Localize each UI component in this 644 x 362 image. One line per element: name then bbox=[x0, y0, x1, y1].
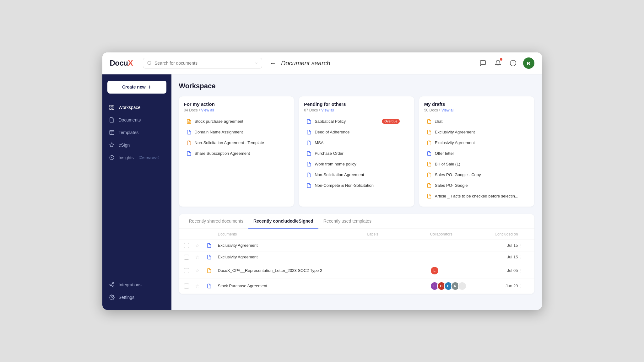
row-doc-name: Exclusivity Agreement bbox=[218, 243, 367, 248]
doc-signed-icon bbox=[426, 129, 432, 135]
sidebar-item-insights[interactable]: Insights (Coming soon) bbox=[102, 151, 171, 164]
svg-line-16 bbox=[111, 285, 112, 286]
sidebar-item-documents[interactable]: Documents bbox=[102, 114, 171, 126]
esign-icon bbox=[109, 142, 115, 148]
tabs-section: Recently shared documents Recently concl… bbox=[179, 214, 534, 294]
search-label: Document search bbox=[281, 60, 330, 67]
doc-icon bbox=[306, 182, 312, 189]
tabs-header: Recently shared documents Recently concl… bbox=[179, 214, 534, 229]
doc-item[interactable]: Non-Solicitation Agreement ⋮ bbox=[304, 170, 409, 180]
row-date: Jul 15 bbox=[480, 243, 518, 248]
th-documents: Documents bbox=[218, 232, 367, 236]
svg-line-1 bbox=[150, 64, 151, 65]
row-date: Jul 15 bbox=[480, 255, 518, 259]
settings-label: Settings bbox=[119, 295, 135, 300]
documents-icon bbox=[109, 117, 115, 123]
doc-template-icon bbox=[186, 140, 192, 146]
row-star[interactable]: ☆ bbox=[195, 243, 207, 248]
notification-badge bbox=[500, 58, 502, 61]
sidebar-item-templates[interactable]: Templates bbox=[102, 126, 171, 139]
doc-item[interactable]: Sales PO- Google ⋮ bbox=[424, 180, 529, 191]
doc-item[interactable]: Offer letter ⋮ bbox=[424, 148, 529, 159]
doc-name: Sales PO- Google bbox=[435, 183, 520, 188]
sidebar-item-integrations[interactable]: Integrations bbox=[102, 278, 171, 291]
search-input[interactable] bbox=[154, 61, 252, 66]
row-checkbox[interactable] bbox=[184, 243, 195, 248]
row-more[interactable]: ⋮ bbox=[518, 255, 529, 259]
doc-item[interactable]: Non-Solicitation Agreement - Template ⋮ bbox=[184, 138, 289, 148]
coming-soon-badge: (Coming soon) bbox=[139, 156, 160, 159]
doc-item[interactable]: Sales PO- Google - Copy ⋮ bbox=[424, 170, 529, 180]
doc-item[interactable]: Sabbatical Policy Overdue ⋮ bbox=[304, 116, 409, 127]
doc-name: Non-Solicitation Agreement bbox=[315, 172, 400, 177]
tab-recently-shared[interactable]: Recently shared documents bbox=[184, 214, 249, 229]
doc-item[interactable]: MSA ⋮ bbox=[304, 138, 409, 148]
row-checkbox[interactable] bbox=[184, 284, 195, 289]
svg-rect-7 bbox=[110, 108, 111, 109]
doc-signed-icon bbox=[186, 118, 192, 125]
row-more[interactable]: ⋮ bbox=[518, 268, 529, 273]
table-row[interactable]: ☆ Exclusivity Agreement Jul 15 ⋮ bbox=[179, 251, 534, 263]
doc-item[interactable]: Work from home policy ⋮ bbox=[304, 159, 409, 170]
doc-item[interactable]: Exclusivity Agreement ⋮ bbox=[424, 138, 529, 148]
sidebar-item-esign[interactable]: eSign bbox=[102, 139, 171, 151]
card-meta-pending: 07 Docs • View all bbox=[304, 108, 409, 112]
templates-label: Templates bbox=[119, 130, 139, 135]
user-avatar[interactable]: R bbox=[523, 57, 534, 69]
doc-name: Non-Compete & Non-Solicitation bbox=[315, 183, 400, 188]
doc-item[interactable]: chat ⋮ bbox=[424, 116, 529, 127]
insights-icon bbox=[109, 154, 115, 161]
sidebar-item-settings[interactable]: Settings bbox=[102, 291, 171, 304]
row-doc-name: DocuX_CPA__Representation_Letter_2023 SO… bbox=[218, 268, 367, 273]
table-row[interactable]: ☆ Exclusivity Agreement Jul 15 ⋮ bbox=[179, 240, 534, 251]
card-header-for-my-action: For my action bbox=[184, 101, 289, 107]
card-title-drafts: My drafts bbox=[424, 101, 445, 107]
esign-label: eSign bbox=[119, 143, 130, 148]
doc-item[interactable]: Deed of Adherence ⋮ bbox=[304, 127, 409, 138]
doc-name: Sabbatical Policy bbox=[315, 119, 379, 124]
create-new-button[interactable]: Create new + bbox=[107, 81, 166, 94]
cards-row: For my action 04 Docs • View all Stock p… bbox=[179, 96, 534, 207]
doc-item[interactable]: Article _ Facts to be checked before sel… bbox=[424, 191, 529, 202]
doc-item[interactable]: Exclusivity Agreement ⋮ bbox=[424, 127, 529, 138]
row-more[interactable]: ⋮ bbox=[518, 243, 529, 248]
chat-icon[interactable] bbox=[478, 58, 488, 68]
doc-name: Article _ Facts to be checked before sel… bbox=[435, 194, 520, 198]
doc-item[interactable]: Share Subscription Agreement ⋮ bbox=[184, 148, 289, 159]
header-icons: R bbox=[478, 57, 534, 69]
table-row[interactable]: ☆ Stock Purchase Agreement L C H R + bbox=[179, 278, 534, 294]
doc-name: Sales PO- Google - Copy bbox=[435, 172, 520, 177]
overdue-badge: Overdue bbox=[382, 119, 400, 124]
doc-item[interactable]: Purchase Order ⋮ bbox=[304, 148, 409, 159]
tab-recently-concluded[interactable]: Recently concluded/eSigned bbox=[248, 214, 318, 229]
row-more[interactable]: ⋮ bbox=[518, 284, 529, 288]
svg-rect-8 bbox=[112, 108, 114, 109]
view-all-pending[interactable]: View all bbox=[321, 108, 334, 112]
sidebar-item-workspace[interactable]: Workspace bbox=[102, 101, 171, 114]
row-checkbox[interactable] bbox=[184, 268, 195, 273]
view-all-drafts[interactable]: View all bbox=[441, 108, 454, 112]
tab-recently-used-templates[interactable]: Recently used templates bbox=[318, 214, 376, 229]
sidebar-bottom: Integrations Settings bbox=[102, 278, 171, 304]
notifications-icon[interactable] bbox=[493, 58, 503, 68]
view-all-for-my-action[interactable]: View all bbox=[201, 108, 214, 112]
search-bar[interactable] bbox=[143, 58, 262, 68]
table-row[interactable]: ☆ DocuX_CPA__Representation_Letter_2023 … bbox=[179, 263, 534, 278]
doc-item[interactable]: Non-Compete & Non-Solicitation ⋮ bbox=[304, 180, 409, 191]
doc-signed-icon bbox=[426, 118, 432, 125]
doc-item[interactable]: Bill of Sale (1) ⋮ bbox=[424, 159, 529, 170]
row-date: Jul 05 bbox=[480, 268, 518, 273]
doc-icon bbox=[186, 150, 192, 157]
doc-item[interactable]: Domain Name Assignment ⋮ bbox=[184, 127, 289, 138]
doc-item[interactable]: Stock purchase agreement ⋮ bbox=[184, 116, 289, 127]
doc-name: Stock purchase agreement bbox=[195, 119, 280, 124]
row-star[interactable]: ☆ bbox=[195, 284, 207, 289]
card-title-for-my-action: For my action bbox=[184, 101, 215, 107]
workspace-icon bbox=[109, 104, 115, 111]
row-star[interactable]: ☆ bbox=[195, 255, 207, 260]
settings-icon bbox=[109, 294, 115, 300]
row-checkbox[interactable] bbox=[184, 255, 195, 260]
info-icon[interactable] bbox=[508, 58, 518, 68]
row-star[interactable]: ☆ bbox=[195, 268, 207, 273]
row-doc-icon bbox=[207, 255, 218, 260]
